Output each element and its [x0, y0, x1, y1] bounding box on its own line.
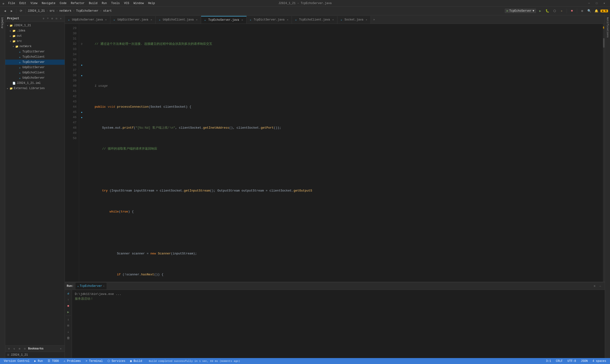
tree-item-idea[interactable]: ▶ 📁 .idea — [5, 28, 65, 33]
status-file-type[interactable]: JSON — [580, 360, 589, 363]
forward-button[interactable]: ▶ — [9, 8, 15, 14]
bookmarks-settings-button[interactable]: ⚙ — [7, 347, 11, 351]
tab-close-udpechoclient[interactable]: ✕ — [195, 18, 198, 21]
tab-tcpdictserver[interactable]: ☕ TcpDictServer.java ✕ — [247, 16, 292, 24]
tree-item-out[interactable]: ▶ 📁 out — [5, 33, 65, 39]
gutter-32[interactable]: @ — [79, 41, 84, 47]
menu-code[interactable]: Code — [58, 1, 68, 5]
tree-item-udpechoclient[interactable]: ▶ ☕ UdpEchoClient — [5, 70, 65, 75]
bookmarks-sort-button[interactable]: ⇅ — [13, 347, 16, 351]
status-todo[interactable]: ☰ TODO — [47, 359, 60, 363]
back-button[interactable]: ◀ — [2, 8, 8, 14]
bookmarks-expand-button[interactable]: ⊞ — [18, 347, 21, 351]
tree-item-tcpechoserver[interactable]: ▶ ☕ TcpEchoServer — [5, 60, 65, 65]
debug-button[interactable]: 🐛 — [544, 8, 550, 14]
search-button[interactable]: 🔍 — [586, 8, 592, 14]
menu-vcs[interactable]: VCS — [122, 1, 131, 5]
resume-button[interactable]: ▶ — [66, 310, 71, 315]
soft-wrap-button[interactable]: ⇣ — [66, 329, 71, 335]
tree-item-udpechoserver[interactable]: ▶ ☕ UdpEchoServer — [5, 75, 65, 80]
menu-file[interactable]: File — [6, 1, 17, 5]
menu-help[interactable]: Help — [146, 1, 157, 5]
tab-close-udpechoserver[interactable]: ✕ — [104, 18, 108, 21]
menu-window[interactable]: Window — [131, 1, 146, 5]
method-crumb[interactable]: start — [103, 9, 112, 13]
status-encoding[interactable]: UTF-8 — [567, 360, 577, 363]
tab-socket[interactable]: ☕ Socket.java ✕ — [337, 16, 371, 24]
tab-tcpechoserver[interactable]: ☕ TcpEchoServer.java ✕ — [201, 16, 247, 24]
tree-item-tcpechoclient[interactable]: ▶ ☕ TcpEchoClient — [5, 54, 65, 60]
tabs-more-button[interactable]: » — [372, 16, 376, 24]
status-line-col[interactable]: 3:1 — [545, 360, 552, 363]
run-tab-close-button[interactable]: ✕ — [103, 285, 104, 287]
scrollbar-thumb[interactable] — [603, 38, 605, 48]
maximize-button[interactable]: □ — [593, 1, 600, 6]
status-run[interactable]: ▶ Run — [33, 359, 44, 363]
tab-close-udpdictserver[interactable]: ✕ — [150, 18, 153, 21]
settings-gear-button[interactable]: ⚙ — [42, 17, 46, 21]
tab-close-tcpechoclient[interactable]: ✕ — [331, 18, 335, 21]
clear-button[interactable]: 🗑 — [66, 335, 71, 341]
project-tab[interactable]: Project — [0, 15, 5, 30]
status-vcs[interactable]: Version Control — [3, 360, 30, 363]
tab-udpdictserver[interactable]: ☕ UdpDictServer.java ✕ — [110, 16, 156, 24]
run-button[interactable]: ▶ — [537, 8, 543, 14]
bookmarks-close-button[interactable]: ✕ — [59, 347, 63, 351]
notifications-panel[interactable]: Notifications — [605, 15, 610, 358]
recent-files-button[interactable]: ⟳ — [18, 8, 24, 14]
bookmarks-collapse-button[interactable]: ⊟ — [23, 347, 27, 351]
profile-button[interactable]: ⬦ — [558, 8, 565, 14]
class-crumb[interactable]: TcpEchoServer — [76, 9, 98, 13]
tab-udpechoserver[interactable]: ☕ UdpEchoServer.java ✕ — [65, 16, 110, 24]
tree-item-network[interactable]: ▼ 📁 netWork — [5, 44, 65, 49]
tree-item-external-libs[interactable]: ▶ 📁 External Libraries — [5, 86, 65, 91]
network-crumb[interactable]: netWork — [59, 9, 71, 13]
breakpoint-area-32[interactable]: @ — [81, 43, 82, 45]
bookmark-item-0[interactable]: ☰ J2024_1_21 — [7, 353, 63, 357]
rerun-button[interactable]: ↺ — [66, 291, 71, 296]
run-minimize-button[interactable]: — — [597, 284, 603, 289]
tree-item-src[interactable]: ▼ 📁 src — [5, 39, 65, 44]
tab-tcpechoclient[interactable]: ☕ TcpEchoClient.java ✕ — [292, 16, 337, 24]
run-up-button[interactable]: ↑ — [66, 297, 71, 302]
run-config-selector[interactable]: ▶ TcpEchoServer ▼ — [505, 9, 536, 13]
code-content[interactable]: // 通过这个方法来处理一次连接. 连接建立的过程中就会涉及到多次的请求响应交互… — [84, 24, 603, 282]
tree-root[interactable]: ▼ 📁 J2024_1_21 — [5, 23, 65, 28]
warning-badge[interactable]: ▲ 5 — [600, 10, 608, 13]
status-indent[interactable]: 4 spaces — [591, 360, 607, 363]
tab-close-tcpdictserver[interactable]: ✕ — [286, 18, 289, 21]
status-problems[interactable]: ⚠ Problems — [63, 359, 82, 363]
close-button[interactable]: ✕ — [601, 1, 608, 6]
status-terminal[interactable]: > Terminal — [85, 360, 104, 363]
tab-udpechoclient[interactable]: ☕ UdpEchoClient.java ✕ — [156, 16, 201, 24]
coverage-button[interactable]: ⬡ — [551, 8, 558, 14]
filter-button[interactable]: ⊟ — [66, 323, 71, 328]
tree-item-udpdictserver[interactable]: ▶ ☕ UdpDictServer — [5, 65, 65, 70]
settings-button[interactable]: ⚙ — [579, 8, 585, 14]
editor-scrollbar[interactable]: ▲ 5 — [603, 24, 605, 282]
minimize-button[interactable]: ─ — [586, 1, 592, 6]
tree-item-iml[interactable]: ▶ 📄 J2024_1_21.iml — [5, 80, 65, 86]
menu-view[interactable]: View — [29, 1, 39, 5]
status-line-ending[interactable]: CRLF — [555, 360, 564, 363]
status-build[interactable]: ▣ Build — [129, 359, 143, 363]
menu-navigate[interactable]: Navigate — [40, 1, 57, 5]
tab-close-socket[interactable]: ✕ — [365, 18, 368, 21]
stop-button[interactable]: ■ — [569, 8, 575, 14]
tab-close-tcpechoserver[interactable]: ✕ — [241, 18, 244, 22]
tree-item-tcpdictserver[interactable]: ▶ ☕ TcpDictServer — [5, 49, 65, 54]
layout-button[interactable]: ≡ — [46, 17, 50, 21]
src-crumb[interactable]: src — [50, 9, 55, 13]
notifications-button[interactable]: 🔔 — [593, 8, 599, 14]
scroll-to-end-button[interactable]: ⇓ — [66, 317, 71, 322]
run-tab-tcpechoserver[interactable]: ☕ TcpEchoServer ✕ — [76, 283, 106, 289]
project-crumb[interactable]: J2024_1_21 — [28, 9, 45, 13]
run-settings-button[interactable]: ⚙ — [592, 284, 597, 289]
status-services[interactable]: ⬡ Services — [106, 359, 126, 363]
menu-run[interactable]: Run — [100, 1, 109, 5]
stop-run-button[interactable]: ■ — [66, 303, 71, 309]
menu-refactor[interactable]: Refactor — [69, 1, 87, 5]
menu-tools[interactable]: Tools — [109, 1, 122, 5]
expand-all-button[interactable]: ⊞ — [50, 17, 54, 21]
close-panel-button[interactable]: ✕ — [59, 17, 63, 21]
